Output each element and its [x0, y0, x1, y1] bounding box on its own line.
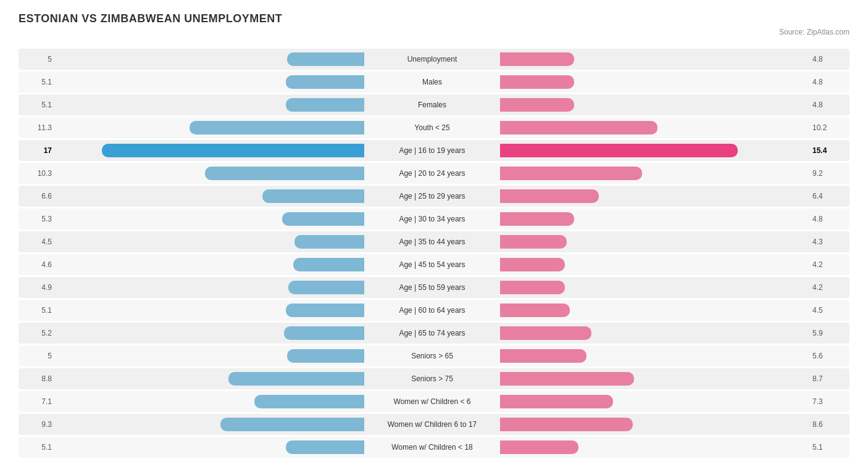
right-value: 4.3	[809, 238, 846, 246]
left-bar-area	[56, 121, 364, 134]
right-bar	[500, 212, 574, 226]
right-value: 5.9	[809, 329, 846, 337]
right-bar	[500, 395, 613, 408]
chart-row: 9.3 Women w/ Children 6 to 17 8.6	[19, 414, 849, 435]
left-value: 9.3	[19, 420, 56, 429]
row-label: Age | 45 to 54 years	[364, 260, 500, 269]
left-bar-area	[56, 144, 364, 157]
right-value: 7.3	[809, 397, 846, 406]
left-bar-area	[56, 304, 364, 317]
right-bar-area	[500, 212, 809, 226]
left-value: 4.6	[19, 260, 56, 269]
row-label: Women w/ Children 6 to 17	[364, 420, 500, 429]
right-value: 10.2	[809, 123, 846, 132]
right-value: 4.5	[809, 306, 846, 315]
right-bar-area	[500, 98, 809, 112]
left-bar	[228, 372, 364, 386]
chart-container: 5 Unemployment 4.8 5.1 Males 4.8 5.1 Fem…	[19, 43, 849, 466]
right-bar	[500, 349, 586, 363]
right-value: 8.6	[809, 420, 846, 429]
row-label: Women w/ Children < 6	[364, 397, 500, 406]
right-bar-area	[500, 75, 809, 89]
chart-row: 6.6 Age | 25 to 29 years 6.4	[19, 186, 849, 207]
row-label: Unemployment	[364, 55, 500, 64]
chart-row: 5.2 Age | 65 to 74 years 5.9	[19, 323, 849, 344]
right-bar	[500, 121, 657, 134]
left-value: 5.1	[19, 101, 56, 109]
row-label: Males	[364, 78, 500, 86]
left-bar-area	[56, 440, 364, 454]
chart-row: 4.9 Age | 55 to 59 years 4.2	[19, 277, 849, 298]
right-value: 5.1	[809, 443, 846, 452]
left-bar-area	[56, 258, 364, 271]
left-value: 6.6	[19, 192, 56, 200]
left-bar-area	[56, 395, 364, 408]
left-bar	[205, 167, 364, 180]
right-bar-area	[500, 121, 809, 134]
left-bar	[190, 121, 364, 134]
chart-row: 8.8 Seniors > 75 8.7	[19, 368, 849, 389]
chart-row: 5.1 Women w/ Children < 18 5.1	[19, 437, 849, 458]
left-value: 8.8	[19, 374, 56, 383]
left-bar	[286, 75, 364, 89]
right-bar	[500, 167, 642, 180]
chart-row: 17 Age | 16 to 19 years 15.4	[19, 140, 849, 161]
left-bar	[262, 189, 364, 203]
right-bar-area	[500, 281, 809, 294]
left-bar	[286, 440, 364, 454]
chart-row: 5.1 Males 4.8	[19, 72, 849, 93]
left-value: 4.5	[19, 238, 56, 246]
left-bar	[293, 258, 364, 271]
left-bar	[284, 326, 364, 340]
row-label: Women w/ Children < 18	[364, 443, 500, 452]
left-value: 5.1	[19, 306, 56, 315]
chart-row: 7.1 Women w/ Children < 6 7.3	[19, 391, 849, 412]
left-bar-area	[56, 235, 364, 249]
right-value: 6.4	[809, 192, 846, 200]
left-bar-area	[56, 326, 364, 340]
left-bar	[102, 144, 364, 157]
right-bar	[500, 189, 599, 203]
left-bar	[287, 349, 364, 363]
right-bar	[500, 440, 578, 454]
chart-row: 4.5 Age | 35 to 44 years 4.3	[19, 231, 849, 252]
right-value: 4.8	[809, 215, 846, 223]
row-label: Females	[364, 101, 500, 109]
left-bar-area	[56, 349, 364, 363]
right-value: 4.8	[809, 78, 846, 86]
row-label: Age | 20 to 24 years	[364, 169, 500, 178]
right-bar	[500, 304, 570, 317]
row-label: Seniors > 65	[364, 352, 500, 360]
left-value: 5	[19, 55, 56, 64]
right-value: 4.2	[809, 260, 846, 269]
chart-row: 11.3 Youth < 25 10.2	[19, 117, 849, 138]
chart-row: 5.3 Age | 30 to 34 years 4.8	[19, 209, 849, 229]
chart-row: 5.1 Age | 60 to 64 years 4.5	[19, 300, 849, 321]
left-bar	[294, 235, 364, 249]
right-bar-area	[500, 326, 809, 340]
right-bar-area	[500, 144, 809, 157]
left-bar	[287, 52, 364, 66]
left-bar-area	[56, 281, 364, 294]
right-bar-area	[500, 395, 809, 408]
row-label: Age | 55 to 59 years	[364, 283, 500, 292]
left-value: 11.3	[19, 123, 56, 132]
left-value: 17	[19, 146, 56, 155]
row-label: Age | 16 to 19 years	[364, 146, 500, 155]
right-value: 4.2	[809, 283, 846, 292]
row-label: Age | 65 to 74 years	[364, 329, 500, 337]
left-bar-area	[56, 98, 364, 112]
left-value: 7.1	[19, 397, 56, 406]
right-bar-area	[500, 235, 809, 249]
right-bar	[500, 75, 574, 89]
right-value: 8.7	[809, 374, 846, 383]
right-bar	[500, 418, 633, 431]
row-label: Age | 60 to 64 years	[364, 306, 500, 315]
left-value: 5.1	[19, 443, 56, 452]
left-value: 4.9	[19, 283, 56, 292]
row-label: Seniors > 75	[364, 374, 500, 383]
right-bar	[500, 281, 565, 294]
chart-row: 4.6 Age | 45 to 54 years 4.2	[19, 254, 849, 275]
chart-row: 5 Seniors > 65 5.6	[19, 345, 849, 366]
left-bar-area	[56, 167, 364, 180]
